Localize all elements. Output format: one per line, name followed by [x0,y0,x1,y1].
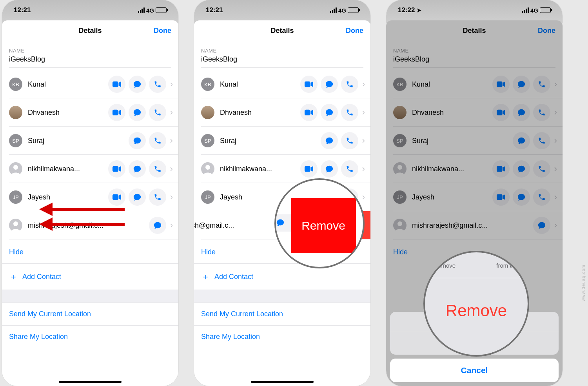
plus-icon: ＋ [201,271,210,283]
status-bar: 12:22 ➤ 4G [386,0,563,19]
video-icon[interactable] [108,76,125,93]
svg-rect-1 [113,110,118,116]
contact-row[interactable]: SPSuraj› [194,127,370,155]
svg-rect-7 [305,110,310,116]
callout-remove-label: Remove [291,198,356,253]
svg-rect-12 [497,110,503,116]
call-icon[interactable] [341,76,358,93]
message-icon[interactable] [321,132,338,149]
message-icon[interactable] [513,76,530,93]
video-icon[interactable] [300,104,318,121]
contact-row[interactable]: SPSuraj› [386,127,563,155]
name-section-label: NAME [201,48,363,54]
avatar: SP [393,134,407,147]
hide-link[interactable]: Hide [2,239,178,263]
contact-row[interactable]: KBKunal› [194,70,370,98]
network-label: 4G [530,7,538,14]
message-icon[interactable] [129,132,146,149]
message-icon[interactable] [321,104,338,121]
contact-row[interactable]: Dhvanesh› [194,98,370,127]
action-sheet-cancel-button[interactable]: Cancel [390,359,559,382]
done-button[interactable]: Done [538,27,555,35]
svg-point-5 [13,221,18,226]
chevron-right-icon: › [170,192,173,202]
video-icon[interactable] [300,76,318,93]
video-icon[interactable] [492,160,510,178]
message-icon[interactable] [321,160,338,178]
message-icon[interactable] [129,76,146,93]
chevron-right-icon: › [554,136,557,146]
chevron-right-icon: › [170,107,173,118]
message-icon[interactable] [321,76,338,93]
message-icon[interactable] [513,132,530,149]
status-bar: 12:21 4G [194,0,370,19]
share-location-button[interactable]: Share My Location [2,325,178,348]
avatar [201,162,214,176]
video-icon[interactable] [108,104,125,121]
svg-rect-11 [497,82,503,87]
done-button[interactable]: Done [154,27,171,35]
contact-name: nikhilmakwana... [28,165,108,173]
share-location-button[interactable]: Share My Location [194,325,370,348]
home-indicator[interactable] [59,381,122,383]
contact-row[interactable]: KBKunal› [2,70,178,98]
signal-icon [138,7,145,13]
message-icon[interactable] [129,160,146,178]
clock: 12:21 [14,6,31,14]
call-icon[interactable] [533,132,550,149]
message-icon[interactable] [513,160,530,178]
video-icon[interactable] [492,76,510,93]
message-icon[interactable] [129,104,146,121]
contact-row[interactable]: SPSuraj› [2,127,178,155]
message-icon[interactable] [513,188,530,206]
group-name[interactable]: iGeeksBlog [201,55,363,63]
message-icon[interactable] [129,188,146,206]
swipe-left-arrows [39,206,125,236]
call-icon[interactable] [149,160,166,178]
avatar: KB [201,78,214,91]
contact-row[interactable]: nikhilmakwana...› [2,155,178,183]
avatar [9,219,22,232]
video-icon[interactable] [492,104,510,121]
contact-row[interactable]: JPJayesh› [386,183,563,211]
call-icon[interactable] [533,160,550,178]
group-name[interactable]: iGeeksBlog [9,55,171,63]
group-name[interactable]: iGeeksBlog [393,55,555,63]
add-contact-button[interactable]: ＋ Add Contact [2,263,178,290]
add-contact-button[interactable]: ＋ Add Contact [194,263,370,290]
call-icon[interactable] [533,188,550,206]
video-icon[interactable] [108,188,125,206]
sheet-title: Details [463,27,486,35]
call-icon[interactable] [149,104,166,121]
contact-row[interactable]: Dhvanesh› [386,98,563,127]
avatar [393,219,407,232]
call-icon[interactable] [341,160,358,178]
message-icon[interactable] [513,104,530,121]
call-icon[interactable] [149,188,166,206]
message-icon[interactable] [149,217,166,234]
call-icon[interactable] [533,76,550,93]
call-icon[interactable] [341,132,358,149]
send-location-button[interactable]: Send My Current Location [2,303,178,325]
call-icon[interactable] [149,76,166,93]
video-icon[interactable] [108,160,125,178]
home-indicator[interactable] [251,381,314,383]
done-button[interactable]: Done [346,27,363,35]
send-location-button[interactable]: Send My Current Location [194,303,370,325]
contact-row[interactable]: KBKunal› [386,70,563,98]
sheet-title: Details [78,27,102,35]
video-icon[interactable] [300,160,318,178]
video-icon[interactable] [492,188,510,206]
call-icon[interactable] [341,104,358,121]
avatar: KB [9,78,22,91]
contact-row[interactable]: nikhilmakwana...› [194,155,370,183]
add-contact-label: Add Contact [214,273,253,281]
contact-row[interactable]: Dhvanesh› [2,98,178,127]
call-icon[interactable] [533,104,550,121]
contact-row[interactable]: nikhilmakwana...› [386,155,563,183]
message-icon[interactable] [533,217,550,234]
call-icon[interactable] [149,132,166,149]
svg-point-8 [205,165,210,170]
avatar [9,106,22,119]
contact-row[interactable]: mishrarajesh@gmail.c...› [386,211,563,239]
